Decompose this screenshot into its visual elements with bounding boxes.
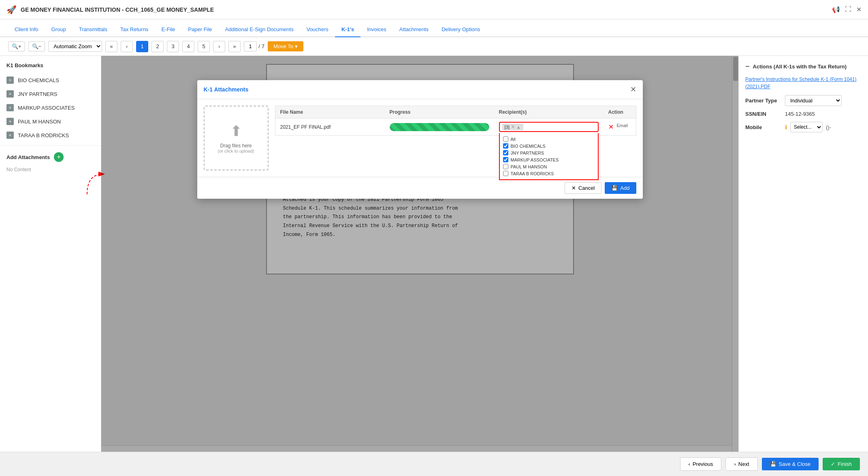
- partner-type-select[interactable]: Individual: [785, 95, 842, 106]
- no-content-label: No Content: [0, 165, 101, 174]
- sidebar-item-markup-associates[interactable]: ≡ MARKUP ASSOCIATES: [0, 101, 101, 115]
- save-close-button[interactable]: 💾 Save & Close: [762, 458, 819, 470]
- recipient-bio-chemicals[interactable]: BIO CHEMICALS: [503, 142, 595, 149]
- nav-tabs: Client Info Group Transmittals Tax Retur…: [0, 19, 868, 37]
- finish-check-icon: ✓: [831, 461, 835, 467]
- upload-text: Drag files here: [220, 143, 252, 149]
- mobile-row: Mobile ℹ Select... ()-: [745, 122, 862, 132]
- recipient-markup-associates-checkbox[interactable]: [503, 157, 508, 162]
- sidebar-item-icon: ≡: [6, 90, 14, 98]
- recipients-chevron-icon[interactable]: ▲: [516, 125, 521, 130]
- cancel-button[interactable]: ✕ Cancel: [565, 182, 601, 194]
- recipients-input-row[interactable]: [3] ✕ ▲: [499, 122, 599, 132]
- save-close-icon: 💾: [770, 461, 776, 467]
- recipient-paul-hanson[interactable]: PAUL M HANSON: [503, 163, 595, 170]
- progress-bar-wrap: [390, 123, 489, 131]
- recipient-jny-partners-checkbox[interactable]: [503, 150, 508, 155]
- prev-chevron-icon: ‹: [689, 461, 690, 467]
- next-button[interactable]: › Next: [725, 457, 757, 471]
- prev-page-button[interactable]: ‹: [121, 41, 133, 52]
- modal-title: K-1 Attachments: [204, 86, 249, 93]
- tab-k1s[interactable]: K-1's: [335, 22, 360, 37]
- page-4-button[interactable]: 4: [182, 41, 194, 52]
- upload-area[interactable]: ⬆ Drag files here (or click to upload): [204, 106, 269, 170]
- recipient-markup-associates[interactable]: MARKUP ASSOCIATES: [503, 156, 595, 163]
- tab-client-info[interactable]: Client Info: [8, 22, 45, 37]
- title-bar: 🚀 GE MONEY FINANCIAL INSTITUTION - CCH_1…: [0, 0, 868, 19]
- recipient-bio-chemicals-checkbox[interactable]: [503, 143, 508, 149]
- toolbar: 🔍+ 🔍− Automatic Zoom « ‹ 1 2 3 4 5 › » /…: [0, 37, 868, 56]
- recipient-taraa-rodricks-checkbox[interactable]: [503, 171, 508, 176]
- ssn-ein-value: 145-12-9365: [785, 111, 815, 117]
- recipients-clear-icon[interactable]: ✕: [511, 124, 515, 130]
- last-page-button[interactable]: »: [228, 41, 241, 52]
- col-filename: File Name: [275, 106, 385, 118]
- expand-icon[interactable]: ⛶: [845, 6, 851, 13]
- tab-transmittals[interactable]: Transmittals: [73, 22, 114, 37]
- title-bar-controls: 📢 ⛶ ✕: [832, 6, 862, 13]
- page-3-button[interactable]: 3: [167, 41, 179, 52]
- next-chevron-icon: ›: [734, 461, 736, 467]
- tab-delivery-options[interactable]: Delivery Options: [435, 22, 486, 37]
- tab-attachments[interactable]: Attachments: [393, 22, 435, 37]
- col-recipients: Recipient(s): [494, 106, 604, 118]
- previous-button[interactable]: ‹ Previous: [680, 457, 722, 471]
- close-icon[interactable]: ✕: [856, 6, 862, 13]
- zoom-out-button[interactable]: 🔍−: [28, 41, 45, 51]
- add-button[interactable]: 💾 Add: [605, 182, 636, 194]
- sidebar-item-label: MARKUP ASSOCIATES: [18, 105, 75, 111]
- recipient-taraa-rodricks[interactable]: TARAA B RODRICKS: [503, 170, 595, 177]
- k1-attachments-modal: K-1 Attachments ✕ ⬆ Drag files here (or …: [197, 80, 643, 199]
- next-page-button[interactable]: ›: [213, 41, 225, 52]
- pdf-viewer[interactable]: Dear Partner: Attached is your copy of t…: [101, 56, 738, 452]
- recipient-paul-hanson-checkbox[interactable]: [503, 164, 508, 169]
- total-pages: 7: [262, 43, 264, 49]
- move-to-button[interactable]: Move To ▾: [268, 41, 303, 51]
- page-separator: /: [258, 43, 260, 49]
- sidebar-item-bio-chemicals[interactable]: ≡ BIO CHEMICALS: [0, 73, 101, 87]
- bottom-bar: ‹ Previous › Next 💾 Save & Close ✓ Finis…: [0, 452, 868, 476]
- collapse-icon[interactable]: −: [745, 62, 750, 71]
- broadcast-icon[interactable]: 📢: [832, 6, 840, 13]
- tab-invoices[interactable]: Invoices: [360, 22, 393, 37]
- tab-vouchers[interactable]: Vouchers: [300, 22, 335, 37]
- tab-group[interactable]: Group: [45, 22, 73, 37]
- tab-paper-file[interactable]: Paper File: [181, 22, 218, 37]
- sidebar-item-taraa-rodricks[interactable]: ≡ TARAA B RODRICKS: [0, 128, 101, 142]
- page-input[interactable]: [244, 41, 257, 51]
- sidebar-item-icon: ≡: [6, 76, 14, 84]
- sidebar-title: K1 Bookmarks: [0, 62, 101, 73]
- recipient-jny-partners[interactable]: JNY PARTNERS: [503, 149, 595, 156]
- page-5-button[interactable]: 5: [198, 41, 210, 52]
- file-name-cell: 2021_EF PF FINAL.pdf: [275, 121, 385, 133]
- sidebar-item-jny-partners[interactable]: ≡ JNY PARTNERS: [0, 87, 101, 101]
- recipient-all[interactable]: All: [503, 136, 595, 142]
- page-2-button[interactable]: 2: [151, 41, 164, 52]
- add-attachments-button[interactable]: +: [54, 152, 64, 162]
- zoom-in-button[interactable]: 🔍+: [8, 41, 25, 51]
- modal-body: ⬆ Drag files here (or click to upload) F…: [197, 99, 643, 177]
- recipient-all-checkbox[interactable]: [503, 136, 508, 142]
- app-icon: 🚀: [6, 5, 17, 15]
- modal-close-button[interactable]: ✕: [630, 85, 636, 94]
- sidebar-divider: [0, 145, 101, 146]
- sidebar-item-label: PAUL M HANSON: [18, 119, 61, 125]
- mobile-country-select[interactable]: Select...: [790, 122, 823, 132]
- zoom-select[interactable]: Automatic Zoom: [48, 41, 102, 52]
- delete-file-button[interactable]: ✕: [608, 123, 614, 131]
- sidebar-item-icon: ≡: [6, 104, 14, 111]
- upload-icon: ⬆: [230, 123, 242, 140]
- mobile-info-icon[interactable]: ℹ: [785, 124, 787, 130]
- first-page-button[interactable]: «: [105, 41, 117, 52]
- modal-header: K-1 Attachments ✕: [197, 80, 643, 99]
- partner-instructions-link[interactable]: Partner's Instructions for Schedule K-1 …: [745, 76, 856, 89]
- sidebar-item-icon: ≡: [6, 132, 14, 139]
- sidebar-item-label: TARAA B RODRICKS: [18, 132, 69, 138]
- tab-tax-returns[interactable]: Tax Returns: [114, 22, 155, 37]
- sidebar-item-paul-hanson[interactable]: ≡ PAUL M HANSON: [0, 115, 101, 128]
- page-1-button[interactable]: 1: [136, 41, 148, 52]
- finish-button[interactable]: ✓ Finish: [823, 458, 860, 470]
- tab-e-file[interactable]: E-File: [155, 22, 181, 37]
- main-layout: K1 Bookmarks ≡ BIO CHEMICALS ≡ JNY PARTN…: [0, 56, 868, 452]
- tab-additional-esign[interactable]: Additional E-Sign Documents: [219, 22, 300, 37]
